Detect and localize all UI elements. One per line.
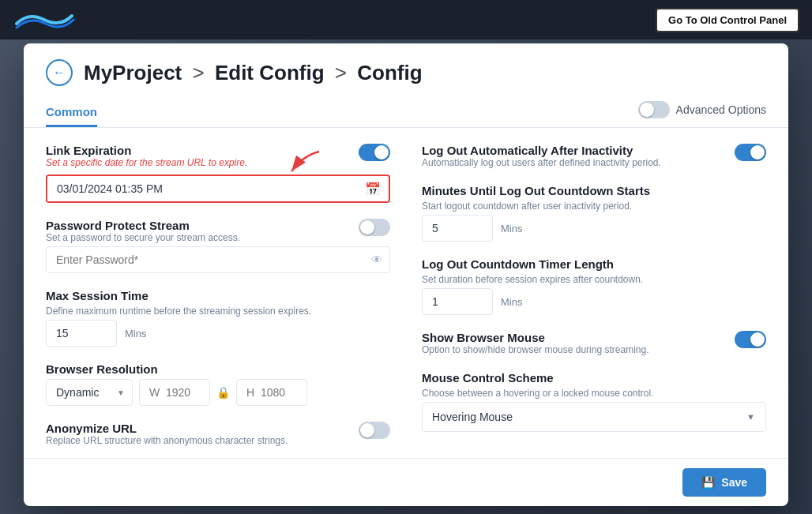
logout-inactivity-desc: Automatically log out users after define… bbox=[422, 157, 661, 168]
minutes-logout-unit: Mins bbox=[501, 223, 522, 234]
password-input[interactable] bbox=[46, 246, 390, 273]
password-protect-group: Password Protect Stream Set a password t… bbox=[46, 219, 390, 273]
minutes-logout-input-row: Mins bbox=[422, 215, 766, 242]
right-column: Log Out Automatically After Inactivity A… bbox=[422, 144, 766, 442]
minutes-logout-group: Minutes Until Log Out Countdown Starts S… bbox=[422, 184, 766, 242]
logout-countdown-group: Log Out Countdown Timer Length Set durat… bbox=[422, 257, 766, 315]
max-session-mins-label: Mins bbox=[125, 328, 146, 340]
show-browser-mouse-desc: Option to show/hide browser mouse during… bbox=[422, 344, 648, 355]
show-browser-mouse-toggle[interactable] bbox=[735, 331, 766, 348]
anonymize-url-header: Anonymize URL Replace URL structure with… bbox=[46, 422, 390, 446]
logout-countdown-label: Log Out Countdown Timer Length bbox=[422, 257, 766, 271]
logout-countdown-input[interactable] bbox=[422, 288, 493, 315]
logout-inactivity-header: Log Out Automatically After Inactivity A… bbox=[422, 144, 766, 168]
password-input-wrapper: 👁 bbox=[46, 246, 390, 273]
max-session-desc: Define maximum runtime before the stream… bbox=[46, 306, 390, 317]
logout-inactivity-toggle[interactable] bbox=[735, 144, 766, 161]
logout-inactivity-label: Log Out Automatically After Inactivity bbox=[422, 144, 661, 157]
breadcrumb-sep2: > bbox=[335, 61, 352, 84]
modal-title: MyProject > Edit Config > Config bbox=[84, 61, 423, 85]
logout-inactivity-labels: Log Out Automatically After Inactivity A… bbox=[422, 144, 661, 168]
back-button[interactable]: ← bbox=[46, 59, 73, 86]
anonymize-url-desc: Replace URL structure with anonymous cha… bbox=[46, 435, 288, 446]
logout-countdown-input-row: Mins bbox=[422, 288, 766, 315]
password-protect-label: Password Protect Stream bbox=[46, 219, 240, 232]
minutes-logout-input[interactable] bbox=[422, 215, 493, 242]
show-browser-mouse-header: Show Browser Mouse Option to show/hide b… bbox=[422, 331, 766, 355]
left-column: Link Expiration Set a specific date for … bbox=[46, 144, 390, 442]
title-row: ← MyProject > Edit Config > Config bbox=[46, 59, 766, 86]
breadcrumb-edit-config: Edit Config bbox=[215, 61, 325, 84]
mouse-control-desc: Choose between a hovering or a locked mo… bbox=[422, 388, 766, 399]
save-button[interactable]: 💾 Save bbox=[682, 468, 766, 497]
modal-header: ← MyProject > Edit Config > Config Commo… bbox=[24, 43, 788, 128]
logout-countdown-desc: Set duration before session expires afte… bbox=[422, 274, 766, 285]
advanced-options-toggle-switch[interactable] bbox=[638, 101, 670, 118]
logout-countdown-unit: Mins bbox=[501, 296, 522, 308]
max-session-group: Max Session Time Define maximum runtime … bbox=[46, 289, 390, 347]
anonymize-url-labels: Anonymize URL Replace URL structure with… bbox=[46, 422, 288, 446]
brand-logo bbox=[13, 8, 76, 32]
logout-inactivity-group: Log Out Automatically After Inactivity A… bbox=[422, 144, 766, 168]
modal-body: Link Expiration Set a specific date for … bbox=[24, 128, 788, 458]
anonymize-url-group: Anonymize URL Replace URL structure with… bbox=[46, 422, 390, 446]
anonymize-url-label: Anonymize URL bbox=[46, 422, 288, 435]
eye-icon[interactable]: 👁 bbox=[371, 253, 382, 266]
resolution-select-wrapper: Dynamic Custom bbox=[46, 379, 133, 406]
tabs-row: Common Advanced Options bbox=[46, 99, 766, 127]
show-browser-mouse-label: Show Browser Mouse bbox=[422, 331, 648, 344]
calendar-icon: 📅 bbox=[357, 182, 389, 197]
resolution-row: Dynamic Custom 🔒 bbox=[46, 379, 390, 406]
minutes-logout-desc: Start logout countdown after user inacti… bbox=[422, 201, 766, 212]
mouse-control-select[interactable]: Hovering Mouse Locked Mouse bbox=[422, 402, 766, 432]
breadcrumb-project: MyProject bbox=[84, 61, 182, 84]
link-expiration-label: Link Expiration bbox=[46, 144, 247, 157]
link-expiration-header: Link Expiration Set a specific date for … bbox=[46, 144, 390, 168]
date-input[interactable] bbox=[47, 176, 357, 201]
show-browser-mouse-labels: Show Browser Mouse Option to show/hide b… bbox=[422, 331, 648, 355]
minutes-logout-label: Minutes Until Log Out Countdown Starts bbox=[422, 184, 766, 197]
modal-footer: 💾 Save bbox=[24, 458, 788, 506]
mouse-control-group: Mouse Control Scheme Choose between a ho… bbox=[422, 371, 766, 432]
link-expiration-group: Link Expiration Set a specific date for … bbox=[46, 144, 390, 203]
save-icon: 💾 bbox=[701, 476, 715, 489]
resolution-select[interactable]: Dynamic Custom bbox=[46, 379, 133, 406]
mouse-control-label: Mouse Control Scheme bbox=[422, 371, 766, 385]
max-session-label: Max Session Time bbox=[46, 289, 390, 302]
resolution-height-input[interactable] bbox=[236, 379, 307, 406]
link-expiration-toggle[interactable] bbox=[359, 144, 390, 161]
mouse-control-select-wrapper: Hovering Mouse Locked Mouse bbox=[422, 402, 766, 432]
old-control-panel-button[interactable]: Go To Old Control Panel bbox=[656, 8, 799, 32]
password-protect-header: Password Protect Stream Set a password t… bbox=[46, 219, 390, 243]
date-input-wrapper: 📅 bbox=[46, 174, 390, 203]
anonymize-url-toggle[interactable] bbox=[359, 422, 390, 439]
breadcrumb-sep1: > bbox=[193, 61, 210, 84]
tab-common[interactable]: Common bbox=[46, 99, 97, 127]
password-protect-toggle[interactable] bbox=[359, 219, 390, 236]
save-label: Save bbox=[721, 476, 747, 489]
logo-area bbox=[13, 8, 76, 32]
max-session-input[interactable] bbox=[46, 320, 117, 347]
password-protect-labels: Password Protect Stream Set a password t… bbox=[46, 219, 240, 243]
browser-resolution-label: Browser Resolution bbox=[46, 362, 390, 376]
top-bar: Go To Old Control Panel bbox=[0, 0, 812, 39]
max-session-input-row: Mins bbox=[46, 320, 390, 347]
lock-icon: 🔒 bbox=[216, 386, 230, 399]
advanced-options-toggle: Advanced Options bbox=[638, 101, 766, 125]
resolution-width-input[interactable] bbox=[139, 379, 210, 406]
show-browser-mouse-group: Show Browser Mouse Option to show/hide b… bbox=[422, 331, 766, 355]
config-modal: ← MyProject > Edit Config > Config Commo… bbox=[24, 43, 788, 506]
link-expiration-desc: Set a specific date for the stream URL t… bbox=[46, 157, 247, 168]
browser-resolution-group: Browser Resolution Dynamic Custom 🔒 bbox=[46, 362, 390, 406]
advanced-options-label: Advanced Options bbox=[676, 103, 766, 116]
password-protect-desc: Set a password to secure your stream acc… bbox=[46, 232, 240, 243]
link-expiration-labels: Link Expiration Set a specific date for … bbox=[46, 144, 247, 168]
breadcrumb-config: Config bbox=[357, 61, 422, 84]
